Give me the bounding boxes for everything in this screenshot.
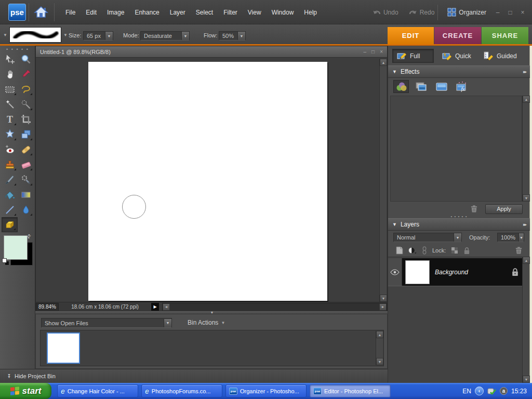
blend-mode-arrow[interactable]: ▼ [454, 233, 461, 242]
menu-view[interactable]: View [243, 6, 267, 19]
blend-mode-dropdown[interactable]: Normal▼ [393, 233, 462, 242]
tool-red-eye-removal[interactable] [2, 142, 18, 157]
scroll-down-icon[interactable]: ▼ [523, 376, 530, 383]
home-button[interactable] [32, 4, 50, 20]
task-organizer[interactable]: pse Organizer - Photosho... [225, 384, 307, 397]
tool-hand[interactable] [2, 66, 18, 82]
task-editor-active[interactable]: pse Editor - Photoshop El... [310, 384, 391, 397]
tool-shape[interactable] [2, 202, 18, 217]
tab-full-edit[interactable]: Full [392, 49, 434, 63]
tool-quick-selection[interactable] [18, 97, 34, 112]
tool-lasso[interactable] [18, 82, 34, 97]
language-indicator[interactable]: EN [462, 388, 471, 395]
canvas-area[interactable] [36, 58, 379, 302]
bin-filter-dropdown[interactable]: Show Open Files▼ [41, 318, 172, 328]
collapse-triangle-icon[interactable]: ▼ [392, 222, 397, 227]
bin-filter-arrow[interactable]: ▼ [164, 319, 171, 327]
opacity-arrow[interactable]: ▼ [518, 233, 524, 242]
tool-cookie-cutter[interactable] [2, 127, 18, 142]
canvas-horizontal-scrollbar[interactable]: ◄ ► [162, 303, 387, 311]
lock-all-icon[interactable] [463, 247, 470, 255]
tool-blur[interactable] [18, 202, 34, 217]
organizer-button[interactable]: Organizer [443, 6, 490, 19]
document-size-info[interactable]: 18.06 cm x 18.06 cm (72 ppi) [59, 304, 151, 310]
tab-quick-edit[interactable]: Quick [438, 49, 478, 63]
layers-scrollbar[interactable]: ▲ ▼ [522, 257, 529, 383]
effects-panel-header[interactable]: ▼ Effects ▸▸ [388, 65, 530, 78]
bin-scrollbar[interactable]: ▲ ▼ [376, 331, 383, 365]
doc-restore-button[interactable]: □ [371, 49, 375, 55]
app-close-button[interactable]: × [517, 9, 528, 16]
scroll-down-icon[interactable]: ▼ [380, 295, 387, 302]
layers-panel-header[interactable]: ▼ Layers ▸▸ [388, 218, 530, 231]
effects-photo-effects-button[interactable] [434, 80, 449, 93]
panel-menu-icon[interactable]: ▸▸ [523, 222, 526, 227]
tab-guided-edit[interactable]: 123 Guided [480, 49, 523, 63]
doc-close-button[interactable]: × [380, 49, 383, 55]
tab-share[interactable]: SHARE [482, 27, 528, 44]
tool-photo-stack[interactable] [18, 127, 34, 142]
scroll-down-icon[interactable]: ▼ [523, 194, 530, 202]
mode-field[interactable]: Desaturate▼ [140, 31, 190, 41]
flow-field[interactable]: 50%▼ [219, 31, 246, 41]
hide-project-bin-bar[interactable]: ▼▼ Hide Project Bin [0, 369, 388, 383]
menu-window[interactable]: Window [267, 6, 299, 19]
effects-list[interactable] [390, 96, 522, 202]
adjustment-layer-icon[interactable] [408, 246, 417, 255]
delete-layer-icon[interactable] [515, 246, 523, 255]
tool-brush[interactable] [2, 172, 18, 187]
tool-eyedropper[interactable] [18, 66, 34, 82]
foreground-color-swatch[interactable] [4, 235, 28, 260]
panel-menu-icon[interactable]: ▸▸ [523, 69, 526, 74]
brush-preset-arrow-right[interactable]: ▼ [63, 33, 68, 37]
layer-visibility-toggle[interactable] [388, 258, 402, 286]
tool-eraser[interactable] [18, 157, 34, 172]
opacity-field[interactable]: 100%▼ [497, 233, 524, 242]
link-layers-icon[interactable] [422, 246, 427, 255]
tray-collapse-icon[interactable]: ‹ [475, 387, 484, 395]
brush-stroke-preview[interactable] [9, 27, 61, 43]
app-minimize-button[interactable]: – [493, 9, 503, 16]
scroll-right-icon[interactable]: ► [379, 303, 387, 311]
zoom-level-field[interactable]: 89.84% [36, 303, 59, 311]
mode-dropdown-arrow[interactable]: ▼ [181, 32, 189, 40]
scroll-left-icon[interactable]: ◄ [163, 303, 170, 311]
layer-thumbnail[interactable] [405, 260, 430, 284]
effects-scrollbar[interactable]: ▲ ▼ [522, 96, 529, 202]
tool-rectangular-marquee[interactable] [2, 82, 18, 97]
task-photoshopforums[interactable]: e PhotoshopForums.co... [141, 384, 222, 397]
menu-select[interactable]: Select [191, 6, 218, 19]
app-maximize-button[interactable]: □ [505, 9, 515, 16]
scroll-up-icon[interactable]: ▲ [523, 96, 530, 103]
canvas-vertical-scrollbar[interactable]: ▲ ▼ [379, 59, 387, 302]
scroll-up-icon[interactable]: ▲ [380, 59, 387, 66]
tool-move[interactable] [2, 51, 18, 66]
default-colors-icon[interactable] [2, 258, 9, 265]
apply-button[interactable]: Apply [485, 204, 523, 214]
menu-file[interactable]: File [60, 6, 81, 19]
tool-sponge[interactable] [2, 217, 18, 232]
collapse-triangle-icon[interactable]: ▼ [392, 69, 397, 74]
size-dropdown-arrow[interactable]: ▼ [105, 32, 113, 40]
doc-minimize-button[interactable]: – [364, 49, 367, 55]
tool-spot-healing-brush[interactable] [18, 142, 34, 157]
delete-effect-icon[interactable] [470, 205, 478, 213]
brush-preset-arrow-left[interactable]: ▼ [3, 33, 7, 37]
menu-layer[interactable]: Layer [165, 6, 191, 19]
tool-smart-brush[interactable] [18, 172, 34, 187]
undo-button[interactable]: Undo [368, 7, 403, 18]
tool-type[interactable]: T [2, 112, 18, 127]
tray-update-icon[interactable] [487, 387, 496, 395]
tool-gradient[interactable] [18, 187, 34, 202]
status-flyout-button[interactable]: ▶ [151, 303, 159, 311]
taskbar-clock[interactable]: 15:23 [511, 388, 530, 395]
tab-create[interactable]: CREATE [434, 27, 481, 44]
redo-button[interactable]: Redo [405, 7, 439, 18]
task-change-hair-color[interactable]: e Change Hair Color - ... [57, 384, 138, 397]
menu-edit[interactable]: Edit [81, 6, 102, 19]
tool-zoom[interactable] [18, 51, 34, 66]
effects-layer-styles-button[interactable] [414, 80, 429, 93]
new-layer-icon[interactable] [395, 246, 403, 255]
effects-filters-button[interactable] [393, 80, 409, 93]
menu-image[interactable]: Image [102, 6, 129, 19]
